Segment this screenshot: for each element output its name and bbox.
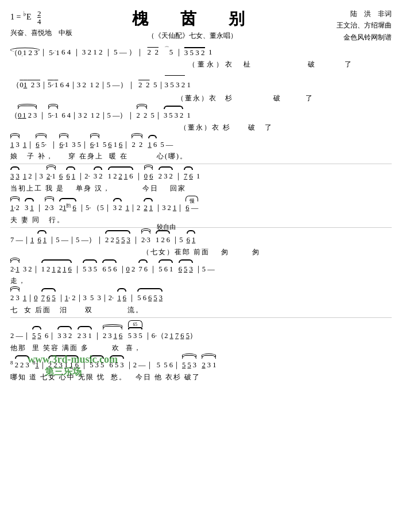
lyric-row-1: （董永）衣 杫 破 了	[10, 60, 392, 69]
watermark-overlay-2: 第三乐场	[45, 363, 82, 380]
line-group-3: 1·2 3 1 ｜ 2·3 21韵 6	[10, 196, 392, 225]
notation-row-1: （0·1 2 3 ｜ 5··1 6 4 ｜ 3 2 1 2 ｜ 5 — ）｜ 2…	[10, 45, 392, 60]
separator-2	[10, 227, 392, 228]
lyrics-line-5: 走，	[10, 276, 392, 286]
separator-3	[10, 317, 392, 318]
line-group-5: 2·1 3 2｜ 1 2 1 2 1 6 ｜ 5 3 5	[10, 259, 392, 286]
notes-line-6: 2 3 1｜0 7 6 5 ｜1· 2｜3 5 3｜2· 1 6 ｜	[10, 288, 392, 305]
section-1: （0·1 2 3 ｜ 5··1 6 4 ｜ 3 2 1 2 ｜ 5 — ）｜ 2…	[10, 45, 392, 69]
line-group-1: 1 3 1｜ 6 5· ｜ 6·1 3 5｜ 6·1	[10, 135, 392, 162]
line-group-8: www.3rd-music.com 第三乐场 8 2 2 3 81｜ 2 2 3…	[10, 355, 392, 382]
lyrics-line-3: 夫 妻 同 行。	[10, 215, 392, 225]
line-group-2: 3 3 1 2｜3 2·1 6 6 1 ｜2·	[10, 166, 392, 193]
subtitle: （《天仙配》七女、董永唱）	[79, 31, 306, 41]
notes-line-5: 2·1 3 2｜ 1 2 1 2 1 6 ｜ 5 3 5	[10, 259, 392, 277]
notes-line-0: （ 0·1 2 3 ｜ 5·.1 6 4｜3 2 1 2｜5 —）｜ 2 2	[10, 106, 392, 123]
page: 1 = ♭E 2 4 兴奋、喜悦地 中板 槐 茵 别 （《天仙配》七女、董永唱）…	[6, 5, 396, 386]
lyricist: 陆 洪 非词	[306, 8, 392, 20]
credits: 陆 洪 非词 王文治、方绍墀曲 金色风铃网制谱	[306, 8, 392, 43]
line-group-4: 较自由 7 —｜1 6 1 ｜5 —｜5 —）｜ 2 2 5 5 3 ｜	[10, 230, 392, 257]
key-signature: 1 = ♭E 2 4	[10, 8, 79, 25]
full-score: （01 2 3｜5·.1 6 4｜3 2 1 2｜5 —）｜ 2 2 5｜3 5…	[10, 75, 392, 103]
notes-line-4: 7 —｜1 6 1 ｜5 —｜5 —）｜ 2 2 5 5 3 ｜ 2·3	[10, 230, 392, 247]
notes-line-3: 1·2 3 1 ｜ 2·3 21韵 6	[10, 196, 392, 215]
notes-line-1: 1 3 1｜ 6 5· ｜ 6·1 3 5｜ 6·1	[10, 135, 392, 152]
source: 金色风铃网制谱	[306, 32, 392, 43]
notes-1: （01 2 3｜5·.1 6 4｜3 2 1 2｜5 —）｜ 2 2 5｜3 5…	[10, 75, 392, 94]
line-group-7: 2 —｜ 5 5 6｜ 3 3 2 2 3 1 ｜	[10, 320, 392, 353]
title-center: 槐 茵 别 （《天仙配》七女、董永唱）	[79, 8, 306, 41]
notes-line-7: 2 —｜ 5 5 6｜ 3 3 2 2 3 1 ｜	[10, 320, 392, 343]
full-notation-block: （ 0·1 2 3 ｜ 5·.1 6 4｜3 2 1 2｜5 —）｜ 2 2	[10, 106, 392, 382]
line-group-0: （ 0·1 2 3 ｜ 5·.1 6 4｜3 2 1 2｜5 —）｜ 2 2	[10, 106, 392, 133]
music-content: （0·1 2 3 ｜ 5··1 6 4 ｜ 3 2 1 2 ｜ 5 — ）｜ 2…	[10, 45, 392, 382]
header: 1 = ♭E 2 4 兴奋、喜悦地 中板 槐 茵 别 （《天仙配》七女、董永唱）…	[10, 8, 392, 43]
key-time-block: 1 = ♭E 2 4 兴奋、喜悦地 中板	[10, 8, 79, 40]
notes-line-8: www.3rd-music.com 第三乐场 8 2 2 3 81｜ 2 2 3…	[10, 355, 392, 372]
style-marking: 兴奋、喜悦地 中板	[10, 27, 79, 40]
notes-line-2: 3 3 1 2｜3 2·1 6 6 1 ｜2·	[10, 166, 392, 184]
line-group-6: 2 3 1｜0 7 6 5 ｜1· 2｜3 5 3｜2· 1 6 ｜	[10, 288, 392, 315]
main-title: 槐 茵 别	[79, 8, 306, 30]
composer: 王文治、方绍墀曲	[306, 20, 392, 31]
lyrics-line-2: 当初上工 我 是 单身 汉， 今日 回家	[10, 184, 392, 193]
lyrics-line-6: 七 女 后面 汨 双 流。	[10, 305, 392, 315]
separator-1	[10, 164, 392, 164]
lyrics-line-4: （七女）萑郎 前面 匆 匆	[10, 247, 392, 257]
lyrics-line-0: （董永）衣 杉 破 了	[10, 123, 392, 133]
lyrics-1: （董永）衣 杉 破 了	[10, 94, 392, 103]
score-line-1: （01 2 3｜5·.1 6 4｜3 2 1 2｜5 —）｜ 2 2 5｜3 5…	[10, 75, 392, 103]
lyrics-line-1: 娘 子 补， 穿 在身上 暖 在 心(哪)。	[10, 152, 392, 161]
